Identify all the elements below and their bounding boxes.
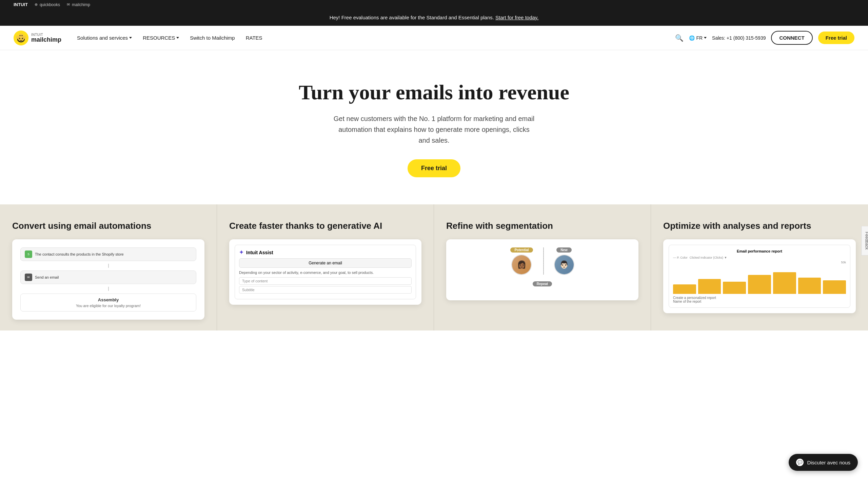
- shopify-text: The contact consults the products in the…: [35, 252, 124, 256]
- automation-flow: S The contact consults the products in t…: [18, 245, 199, 314]
- bar-3: [723, 282, 746, 294]
- bar-2: [698, 279, 721, 294]
- system-bar: INTUIT ⊕ quickbooks ✉ mailchimp: [0, 0, 868, 9]
- seg-person-2: New 👨🏻: [554, 247, 574, 275]
- banner-link[interactable]: Start for free today.: [495, 15, 538, 20]
- ai-body-text: Depending on your sector of activity, e-…: [239, 270, 412, 275]
- hero-subtitle: Get new customers with the No. 1 platfor…: [332, 113, 536, 146]
- shopify-icon: S: [25, 250, 32, 258]
- mailchimp-brand[interactable]: ✉ mailchimp: [67, 2, 90, 7]
- bar-6: [798, 278, 821, 294]
- logo-text: INTUIT mailchimp: [31, 33, 61, 43]
- flow-connector-2: [108, 287, 109, 291]
- bar-7: [823, 280, 846, 294]
- feedback-tab[interactable]: Feedback: [862, 226, 868, 255]
- feature-1-title: Convert using email automations: [12, 221, 204, 231]
- feature-segmentation: Refine with segmentation Potential 👩🏾 Ne…: [434, 204, 651, 330]
- connect-button[interactable]: CONNECT: [771, 31, 812, 45]
- logo-link[interactable]: INTUIT mailchimp: [14, 31, 61, 45]
- assembly-title: Assembly: [24, 297, 193, 302]
- mailchimp-label: mailchimp: [72, 2, 90, 7]
- banner-text: Hey! Free evaluations are available for …: [330, 15, 494, 20]
- bar-4: [748, 275, 771, 294]
- intuit-brand: INTUIT: [14, 2, 28, 7]
- solutions-chevron-icon: [129, 37, 132, 39]
- language-selector[interactable]: 🌐 FR: [689, 35, 707, 41]
- feature-generative-ai: Create faster thanks to generative AI ✦ …: [217, 204, 434, 330]
- main-nav: INTUIT mailchimp Solutions and services …: [0, 26, 868, 50]
- nav-links: Solutions and services RESOURCES Switch …: [72, 32, 675, 43]
- avatar-2-placeholder: 👨🏻: [555, 255, 574, 274]
- nav-rates[interactable]: RATES: [241, 32, 267, 43]
- feature-email-automations: Convert using email automations S The co…: [0, 204, 217, 330]
- seg-person-1: Potential 👩🏾: [510, 247, 533, 275]
- feature-4-preview: Email performance report — P. Color Clic…: [663, 239, 856, 313]
- hero-cta-button[interactable]: Free trial: [408, 159, 460, 177]
- ai-header: ✦ Intuit Assist: [239, 249, 412, 256]
- mailchimp-icon: ✉: [67, 2, 70, 7]
- flow-email-node: ✉ Send an email: [20, 270, 196, 284]
- feature-3-title: Refine with segmentation: [446, 221, 638, 231]
- lang-label: FR: [696, 35, 703, 41]
- svg-point-7: [18, 34, 24, 38]
- globe-icon: 🌐: [689, 35, 695, 41]
- nav-solutions[interactable]: Solutions and services: [72, 32, 137, 43]
- quickbooks-brand[interactable]: ⊕ quickbooks: [35, 2, 60, 7]
- svg-point-9: [22, 35, 23, 36]
- flow-shopify-node: S The contact consults the products in t…: [20, 247, 196, 261]
- phone-number: Sales: +1 (800) 315-5939: [712, 35, 766, 41]
- report-legend-line: — P. Color: [673, 256, 688, 259]
- seg-badge-potential: Potential: [510, 247, 533, 253]
- ai-panel: ✦ Intuit Assist Generate an email Depend…: [235, 245, 416, 299]
- feature-2-title: Create faster thanks to generative AI: [229, 221, 421, 231]
- search-icon[interactable]: 🔍: [675, 34, 684, 42]
- svg-point-8: [20, 35, 21, 36]
- email-node-text: Send an email: [35, 275, 59, 279]
- lang-chevron-icon: [704, 37, 707, 39]
- avatar-2: 👨🏻: [554, 255, 574, 275]
- logo-mailchimp-text: mailchimp: [31, 37, 61, 43]
- ai-star-icon: ✦: [239, 249, 243, 256]
- svg-point-6: [23, 36, 26, 39]
- intuit-logo: INTUIT: [14, 2, 28, 7]
- bar-chart: [673, 267, 846, 294]
- nav-switch[interactable]: Switch to Mailchimp: [185, 32, 240, 43]
- subtitle-field[interactable]: Subtitle: [239, 286, 412, 294]
- bar-1: [673, 284, 696, 294]
- mailchimp-logo-icon: [14, 31, 28, 45]
- seg-divider: [543, 247, 544, 275]
- report-subtitle: Create a personalized reportName of the …: [673, 296, 846, 303]
- features-section: Convert using email automations S The co…: [0, 204, 868, 330]
- svg-point-5: [16, 36, 19, 39]
- quickbooks-label: quickbooks: [40, 2, 60, 7]
- quickbooks-icon: ⊕: [35, 2, 38, 7]
- nav-resources[interactable]: RESOURCES: [138, 32, 184, 43]
- feature-1-preview: S The contact consults the products in t…: [12, 239, 204, 320]
- hero-title: Turn your emails into revenue: [298, 81, 570, 104]
- logo-intuit-text: INTUIT: [31, 33, 61, 37]
- top-banner: Hey! Free evaluations are available for …: [0, 9, 868, 26]
- segmentation-preview: Potential 👩🏾 New 👨🏻: [452, 245, 633, 278]
- flow-connector-1: [108, 264, 109, 268]
- bar-5: [773, 272, 796, 294]
- report-card: Email performance report — P. Color Clic…: [669, 245, 850, 308]
- feature-reports: Optimize with analyses and reports Email…: [651, 204, 868, 330]
- email-icon: ✉: [25, 274, 32, 281]
- ai-badge-label: Intuit Assist: [246, 250, 273, 255]
- assembly-sub: You are eligible for our loyalty program…: [24, 304, 193, 308]
- resources-chevron-icon: [176, 37, 179, 39]
- free-trial-nav-button[interactable]: Free trial: [818, 32, 854, 44]
- content-type-field[interactable]: Type of content: [239, 277, 412, 285]
- report-title: Email performance report: [673, 249, 846, 253]
- feature-2-preview: ✦ Intuit Assist Generate an email Depend…: [229, 239, 421, 305]
- hero-section: Turn your emails into revenue Get new cu…: [0, 50, 868, 204]
- seg-badge-repeat: Repeat: [533, 281, 552, 286]
- feature-3-preview: Potential 👩🏾 New 👨🏻 Repeat: [446, 239, 638, 300]
- assembly-box: Assembly You are eligible for our loyalt…: [20, 294, 196, 312]
- nav-right: 🔍 🌐 FR Sales: +1 (800) 315-5939 CONNECT …: [675, 31, 854, 45]
- feature-4-title: Optimize with analyses and reports: [663, 221, 856, 231]
- generate-email-button[interactable]: Generate an email: [239, 258, 412, 268]
- avatar-1: 👩🏾: [511, 255, 532, 275]
- seg-badge-new: New: [556, 247, 572, 253]
- avatar-1-placeholder: 👩🏾: [512, 255, 531, 274]
